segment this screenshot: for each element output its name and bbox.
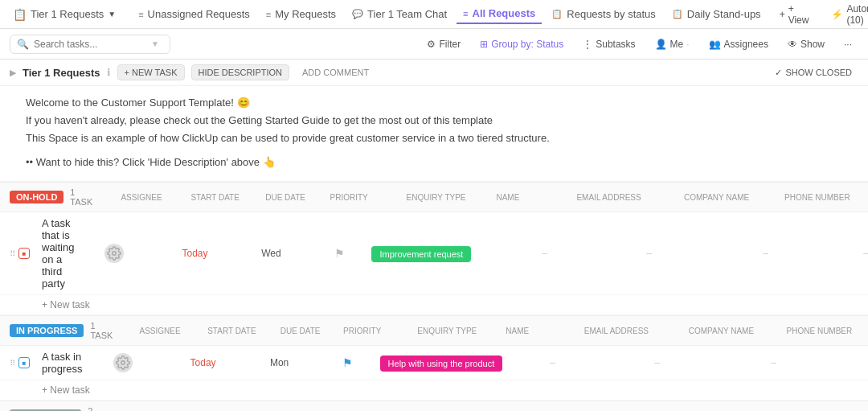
search-box[interactable]: 🔍 ▼ bbox=[10, 35, 170, 54]
checkbox-inner: ■ bbox=[23, 360, 27, 367]
tab-icon: ≡ bbox=[266, 10, 271, 19]
tab-team-chat[interactable]: 💬 Tier 1 Team Chat bbox=[346, 5, 453, 23]
view-button[interactable]: + + View bbox=[771, 0, 818, 29]
priority-cell: ⚑ bbox=[316, 356, 380, 369]
group-in-progress-count: 1 TASK bbox=[90, 321, 114, 340]
group-on-hold-count: 1 TASK bbox=[70, 187, 95, 207]
me-icon: 👤 bbox=[655, 39, 667, 50]
start-date-cell: Today bbox=[163, 357, 244, 368]
assignee-cell bbox=[74, 244, 154, 263]
automate-label: Automate (10) bbox=[846, 3, 868, 26]
me-label: Me bbox=[670, 39, 684, 50]
task-table: ON-HOLD 1 TASK ASSIGNEE START DATE DUE D… bbox=[0, 182, 868, 411]
workspace-chevron: ▼ bbox=[108, 10, 116, 18]
new-task-button[interactable]: + NEW TASK bbox=[117, 64, 185, 80]
add-task-in-progress[interactable]: + New task bbox=[0, 380, 868, 401]
col-phone-2: PHONE NUMBER bbox=[787, 327, 858, 335]
avatar bbox=[113, 353, 133, 372]
nav-right-actions: + + View ⚡ Automate (10) ▼ ⬆ Share bbox=[771, 0, 868, 29]
tab-label: My Requests bbox=[275, 8, 336, 20]
tab-label: Tier 1 Team Chat bbox=[367, 8, 447, 20]
checkbox-inner: ■ bbox=[23, 250, 27, 257]
top-navigation: 📋 Tier 1 Requests ▼ ≡ Unassigned Request… bbox=[0, 0, 868, 29]
filter-button[interactable]: ⚙ Filter bbox=[420, 35, 467, 53]
workspace-label: Tier 1 Requests bbox=[31, 8, 104, 20]
task-checkbox-cell: ⠿ ■ bbox=[10, 248, 42, 259]
assignees-label: Assignees bbox=[724, 39, 768, 50]
subtasks-button[interactable]: ⋮ Subtasks bbox=[576, 35, 641, 53]
task-status-checkbox[interactable]: ■ bbox=[18, 248, 30, 259]
description-line-1: Welcome to the Customer Support Template… bbox=[26, 94, 842, 112]
show-closed-button[interactable]: ✓ SHOW CLOSED bbox=[768, 65, 858, 80]
task-title: A task that is waiting on a third party bbox=[42, 217, 74, 290]
priority-cell: ⚑ bbox=[307, 247, 371, 260]
col-name-2: NAME bbox=[506, 327, 577, 335]
flag-low-icon: ⚑ bbox=[334, 247, 345, 260]
group-icon: ⊞ bbox=[480, 39, 488, 50]
filter-icon: ⚙ bbox=[427, 39, 436, 50]
hide-description-button[interactable]: HIDE DESCRIPTION bbox=[191, 64, 290, 80]
group-by-button[interactable]: ⊞ Group by: Status bbox=[473, 35, 570, 53]
group-on-hold-header[interactable]: ON-HOLD 1 TASK ASSIGNEE START DATE DUE D… bbox=[0, 182, 868, 212]
dot-separator: · bbox=[686, 39, 689, 50]
name-cell: – bbox=[500, 248, 588, 259]
show-closed-label: SHOW CLOSED bbox=[785, 68, 852, 77]
phone-cell: – bbox=[830, 357, 868, 368]
description-bar: ▶ Tier 1 Requests ℹ + NEW TASK HIDE DESC… bbox=[0, 60, 868, 86]
name-cell: – bbox=[509, 357, 597, 368]
plus-icon: + New task bbox=[10, 384, 90, 396]
tab-all-requests[interactable]: ≡ All Requests bbox=[457, 4, 542, 24]
description-line-2: If you haven't already, please check out… bbox=[26, 112, 842, 129]
toolbar: 🔍 ▼ ⚙ Filter ⊞ Group by: Status ⋮ Subtas… bbox=[0, 29, 868, 60]
show-label: Show bbox=[800, 39, 825, 50]
task-checkbox-cell: ⠿ ■ bbox=[10, 357, 42, 368]
avatar bbox=[104, 244, 124, 263]
page-title: Tier 1 Requests bbox=[23, 67, 100, 79]
gear-icon bbox=[116, 356, 130, 370]
assignees-button[interactable]: 👥 Assignees bbox=[702, 35, 775, 53]
col-priority-2: PRIORITY bbox=[336, 327, 388, 335]
col-due-2: DUE DATE bbox=[271, 327, 330, 335]
due-date-cell: Mon bbox=[244, 357, 316, 368]
group-col-phone: PHONE NUMBER bbox=[784, 193, 858, 202]
search-input[interactable] bbox=[34, 39, 146, 50]
more-options-button[interactable]: ··· bbox=[837, 35, 858, 53]
plus-icon: + bbox=[780, 9, 785, 20]
tab-label: Unassigned Requests bbox=[148, 8, 250, 20]
phone-cell: – bbox=[821, 248, 868, 259]
subtasks-label: Subtasks bbox=[596, 39, 635, 50]
enquiry-type-cell: Help with using the product bbox=[380, 357, 509, 369]
description-content: Welcome to the Customer Support Template… bbox=[0, 86, 868, 182]
task-status-checkbox[interactable]: ■ bbox=[18, 357, 30, 368]
col-email-2: EMAIL ADDRESS bbox=[584, 327, 682, 335]
task-row: ⠿ ■ A task in progress Today Mon ⚑ Help … bbox=[0, 346, 868, 380]
add-comment-button[interactable]: ADD COMMENT bbox=[296, 65, 375, 80]
me-button[interactable]: 👤 Me · bbox=[649, 35, 696, 53]
add-task-on-hold[interactable]: + New task bbox=[0, 295, 868, 315]
tab-label: All Requests bbox=[473, 7, 536, 19]
automate-button[interactable]: ⚡ Automate (10) ▼ bbox=[822, 0, 868, 29]
enquiry-badge: Improvement request bbox=[371, 246, 471, 262]
tab-label: Requests by status bbox=[567, 8, 656, 20]
tab-requests-by-status[interactable]: 📋 Requests by status bbox=[545, 5, 662, 23]
enquiry-type-cell: Improvement request bbox=[371, 248, 500, 260]
info-icon: ℹ bbox=[107, 67, 111, 78]
view-label: + View bbox=[788, 3, 809, 26]
tab-daily-standups[interactable]: 📋 Daily Stand-ups bbox=[665, 5, 768, 23]
eye-icon: 👁 bbox=[788, 39, 797, 50]
tab-unassigned-requests[interactable]: ≡ Unassigned Requests bbox=[132, 5, 256, 23]
tab-icon: ≡ bbox=[138, 10, 143, 19]
col-assignee-2: ASSIGNEE bbox=[127, 327, 192, 335]
tab-my-requests[interactable]: ≡ My Requests bbox=[260, 5, 342, 23]
group-in-progress-header[interactable]: IN PROGRESS 1 TASK ASSIGNEE START DATE D… bbox=[0, 315, 868, 346]
description-hint: •• Want to hide this? Click 'Hide Descri… bbox=[26, 154, 842, 171]
filter-label: Filter bbox=[439, 39, 461, 50]
workspace-selector[interactable]: 📋 Tier 1 Requests ▼ bbox=[6, 5, 122, 24]
group-col-email: EMAIL ADDRESS bbox=[576, 193, 677, 202]
email-cell: – bbox=[588, 248, 709, 259]
show-button[interactable]: 👁 Show bbox=[781, 35, 831, 53]
enquiry-badge: Help with using the product bbox=[380, 356, 503, 372]
start-date-cell: Today bbox=[154, 248, 235, 259]
tab-icon: ≡ bbox=[463, 9, 468, 18]
group-unassigned-header[interactable]: UNASSIGNED 2 TASKS ASSIGNEE START DATE D… bbox=[0, 401, 868, 411]
